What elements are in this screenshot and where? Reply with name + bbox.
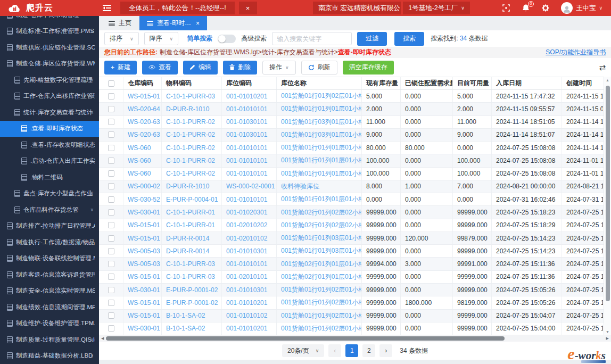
sidebar-item[interactable]: 制造执行-工作流/数据流/物品流管理: [0, 234, 99, 251]
column-header[interactable]: 已锁住配置需求量: [401, 77, 453, 89]
table-cell[interactable]: WS-020-63: [123, 116, 162, 128]
sidebar-item[interactable]: 制造仓储-库区位存货管理.WMS.lgt: [0, 56, 99, 72]
filter-button[interactable]: 过滤: [357, 32, 387, 46]
table-cell[interactable]: WS-015-01: [123, 90, 162, 102]
row-checkbox[interactable]: [108, 287, 114, 293]
table-row[interactable]: WS-020-64D-PUR-R-1010001-01010101001货舱01…: [99, 103, 604, 115]
edit-button[interactable]: 编辑: [183, 61, 218, 75]
table-cell[interactable]: WS-005-03: [123, 258, 162, 270]
sidebar-item[interactable]: .查看-库存收发明细状态: [0, 137, 99, 153]
table-row[interactable]: WS-060C-10-1-PURR-02001-01010101001货舱01行…: [99, 154, 604, 167]
table-row[interactable]: WS-020-63C-10-1-PURR-02001-01030101001货舱…: [99, 116, 604, 129]
table-cell[interactable]: WS-020-64: [123, 103, 162, 115]
row-checkbox[interactable]: [108, 131, 114, 138]
table-cell[interactable]: 001-01010201: [222, 322, 277, 335]
table-cell[interactable]: C-10-1-PURR-02: [162, 142, 222, 154]
table-row[interactable]: WS-015-01C-10-1-PURR-03001-01010201001货舱…: [99, 90, 604, 103]
table-cell[interactable]: C-10-1-PURR-01: [162, 219, 222, 231]
prev-page-button[interactable]: ‹: [328, 344, 341, 357]
table-cell[interactable]: 001-01030101: [222, 116, 277, 128]
table-cell[interactable]: B-10-1-SA-02: [162, 310, 222, 322]
tab-current-view[interactable]: 查看-即时… ×: [139, 16, 207, 30]
column-header[interactable]: 创建时间: [562, 77, 603, 89]
settings-gear-icon[interactable]: [541, 4, 550, 13]
table-cell[interactable]: D-PUR-R-1010: [162, 103, 222, 115]
table-row[interactable]: WS-030-01B-10-1-SA-02001-01010201001货舱01…: [99, 322, 604, 335]
table-cell[interactable]: 收料待验库位: [277, 180, 362, 193]
table-cell[interactable]: WS-060: [123, 142, 162, 154]
table-cell[interactable]: E-PUR-P-0001-02: [162, 296, 222, 309]
vertical-scrollbar[interactable]: ▲ ▼: [604, 77, 611, 335]
scroll-down-icon[interactable]: ▼: [606, 328, 609, 335]
row-checkbox[interactable]: [108, 235, 114, 242]
table-cell[interactable]: 001-01010101: [222, 154, 277, 167]
table-row[interactable]: WS-015-01B-10-1-SA-02001-01010102001货舱01…: [99, 310, 604, 322]
column-settings-icon[interactable]: ⇄: [599, 63, 606, 72]
table-cell[interactable]: 001货舱01行01列02层01小格: [277, 310, 362, 322]
table-cell[interactable]: 001货舱01行01列03层01小格: [277, 232, 362, 244]
row-checkbox[interactable]: [108, 325, 114, 332]
table-cell[interactable]: WS-030-01: [123, 322, 162, 335]
table-cell[interactable]: C-10-1-PURR-02: [162, 168, 222, 180]
table-cell[interactable]: WS-060: [123, 168, 162, 180]
table-row[interactable]: WS-005-03C-10-1-PURR-03001-01010101001货舱…: [99, 258, 604, 270]
row-checkbox[interactable]: [108, 170, 114, 177]
sidebar-item[interactable]: .物料二维码: [0, 169, 99, 186]
table-cell[interactable]: 001货舱01行01列01层01小格: [277, 193, 362, 205]
new-button[interactable]: + 新建: [104, 61, 137, 75]
column-header[interactable]: 仓库编码: [123, 77, 162, 89]
tab-close-icon[interactable]: ×: [196, 20, 200, 27]
table-cell[interactable]: 001货舱02行01列02层02小格: [277, 206, 362, 218]
table-cell[interactable]: 001货舱01行01列01层01小格: [277, 142, 362, 154]
column-header[interactable]: 库位编码: [222, 77, 277, 89]
row-checkbox[interactable]: [108, 119, 114, 125]
table-cell[interactable]: 001-01020301: [222, 206, 277, 218]
table-cell[interactable]: WS-015-01: [123, 271, 162, 283]
column-header[interactable]: 现有库存量: [362, 77, 401, 89]
table-cell[interactable]: 001-01010101: [222, 258, 277, 270]
sidebar-item-active[interactable]: .查看-即时库存状态: [0, 121, 99, 137]
table-cell[interactable]: C-10-1-PURR-02: [162, 154, 222, 167]
row-checkbox[interactable]: [108, 106, 114, 112]
table-cell[interactable]: 001-02010102: [222, 232, 277, 244]
table-cell[interactable]: E-PUR-P-0001-02: [162, 284, 222, 296]
table-row[interactable]: WS-030-01C-10-1-PURR-01001-01020301001货舱…: [99, 206, 604, 219]
table-cell[interactable]: WS-020-63: [123, 129, 162, 141]
table-cell[interactable]: 001货舱02行01列02层02小格: [277, 219, 362, 231]
clear-cache-button[interactable]: 清空库存缓存: [343, 61, 394, 75]
notifications-bell-icon[interactable]: 0: [522, 4, 531, 13]
search-mode-toggle[interactable]: [218, 35, 236, 43]
select-all-checkbox[interactable]: [108, 80, 114, 87]
table-cell[interactable]: D-PUR-R-0014: [162, 232, 222, 244]
search-button[interactable]: 搜索: [394, 32, 424, 46]
table-cell[interactable]: 001货舱01行01列02层01小格: [277, 322, 362, 335]
row-checkbox[interactable]: [108, 248, 114, 254]
table-cell[interactable]: 001货舱01行01列01层01小格: [277, 154, 362, 167]
table-cell[interactable]: WS-030-52: [123, 193, 162, 205]
table-cell[interactable]: 001-02010101: [222, 271, 277, 283]
table-cell[interactable]: 001-01010102: [222, 310, 277, 322]
table-cell[interactable]: WS-000-02: [123, 180, 162, 193]
announcement-close-icon[interactable]: ×: [239, 2, 257, 14]
sidebar-item[interactable]: 工作-仓库入出移库作业管理∨: [0, 88, 99, 105]
table-cell[interactable]: WS-000-02-0001: [222, 180, 277, 193]
sop-guide-link[interactable]: SOP/功能作业指导书: [546, 48, 606, 57]
row-checkbox[interactable]: [108, 312, 114, 319]
page-button-2[interactable]: 2: [362, 344, 375, 357]
sidebar-item[interactable]: 制造维护-设备维护管理.TPM.lgt∨: [0, 316, 99, 332]
table-row[interactable]: WS-020-63C-10-1-PURR-02001-01030101001货舱…: [99, 129, 604, 142]
column-header[interactable]: 目前可用量: [453, 77, 492, 89]
operate-dropdown[interactable]: 操作 ∨: [262, 61, 296, 75]
page-button-1[interactable]: 1: [345, 344, 358, 357]
sidebar-item[interactable]: 制造质量-过程质量管理.QIS.lgt∨: [0, 332, 99, 348]
next-page-button[interactable]: ›: [379, 344, 392, 357]
table-cell[interactable]: C-10-1-PURR-03: [162, 90, 222, 102]
table-cell[interactable]: 001货舱01行01列02层01小格: [277, 90, 362, 102]
table-cell[interactable]: D-PUR-R-0014: [162, 245, 222, 257]
sidebar-item[interactable]: 盘点-库存大小型盘点作业∨: [0, 186, 99, 202]
table-cell[interactable]: WS-015-01: [123, 310, 162, 322]
table-cell[interactable]: 001货舱01行01列01层01小格: [277, 168, 362, 180]
table-row[interactable]: WS-060C-10-1-PURR-02001-01010101001货舱01行…: [99, 142, 604, 154]
table-row[interactable]: WS-015-01E-PUR-P-0001-02001-01010201001货…: [99, 296, 604, 309]
table-cell[interactable]: 001-01010101: [222, 142, 277, 154]
